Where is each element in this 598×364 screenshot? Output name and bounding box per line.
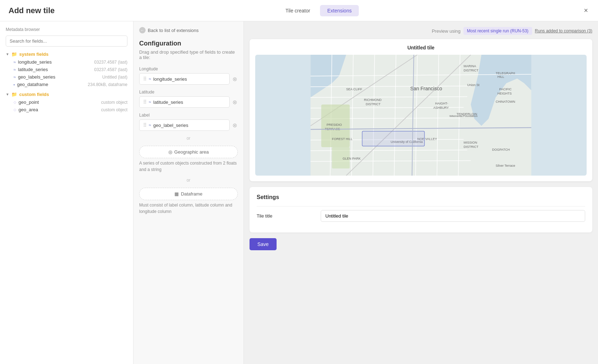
back-icon: ← (139, 27, 146, 33)
search-input[interactable] (6, 36, 127, 47)
config-title: Configuration (139, 40, 238, 47)
remove-longitude-button[interactable]: ⊗ (232, 75, 238, 83)
group-label: system fields (19, 52, 48, 57)
svg-text:HILL: HILL (498, 75, 504, 79)
field-name: geo_dataframe (17, 82, 48, 87)
series-icon: ≈ (14, 67, 16, 72)
series-icon: ≈ (149, 76, 151, 81)
longitude-section: Longitude ⠿ ≈ longitude_series ⊗ (139, 66, 238, 85)
group-label: custom fields (19, 92, 49, 97)
field-value: longitude_series (153, 76, 187, 82)
diamond-icon: ◇ (14, 100, 16, 104)
svg-text:HAIGHT-: HAIGHT- (435, 102, 448, 105)
or-divider-2: or (139, 178, 238, 183)
svg-text:CHINATOWN: CHINATOWN (496, 100, 515, 103)
tile-creator-tab[interactable]: Tile creator (278, 5, 318, 16)
svg-text:MISSION: MISSION (464, 141, 477, 144)
dataframe-button[interactable]: ▦ Dataframe (139, 188, 238, 200)
svg-text:HEIGHTS: HEIGHTS (498, 92, 512, 95)
longitude-field[interactable]: ⠿ ≈ longitude_series (139, 73, 230, 85)
series-icon: ≈ (14, 75, 16, 80)
svg-text:Silver Terrace: Silver Terrace (496, 164, 515, 167)
top-bar: Add new tile Tile creator Extensions × (0, 0, 598, 21)
or-divider: or (139, 136, 238, 141)
table-icon: ▦ (174, 191, 179, 197)
label-label: Label (139, 113, 238, 118)
tree-section: ▼ 📁 system fields ≈ longitude_series 032… (6, 52, 127, 113)
svg-text:Wikimedia Foundation: Wikimedia Foundation (450, 114, 478, 118)
dataframe-label: Dataframe (181, 191, 203, 197)
svg-text:DISTRICT: DISTRICT (464, 145, 479, 149)
back-label: Back to list of extensions (148, 28, 199, 33)
label-field[interactable]: ⠿ ≈ geo_label_series (139, 119, 230, 131)
page-title: Add new tile (9, 6, 55, 15)
field-name: geo_point (19, 100, 39, 105)
svg-text:DISTRICT: DISTRICT (366, 102, 381, 106)
svg-text:FOREST HILL: FOREST HILL (332, 137, 353, 141)
middle-panel: ← Back to list of extensions Configurati… (133, 21, 244, 364)
list-item[interactable]: ≈ latitude_series 03237.4587 (last) (6, 66, 127, 73)
field-value: custom object (101, 100, 127, 105)
remove-latitude-button[interactable]: ⊗ (232, 98, 238, 106)
list-item[interactable]: ◇ geo_point custom object (6, 98, 127, 106)
field-value: Untitled (last) (102, 75, 127, 80)
field-name: geo_area (19, 107, 38, 112)
svg-text:PRESIDIO: PRESIDIO (327, 123, 342, 127)
field-value: latitude_series (153, 100, 183, 105)
right-panel: Preview using Most recent single run (RU… (244, 21, 598, 364)
preview-header: Preview using Most recent single run (RU… (250, 27, 592, 35)
svg-rect-47 (362, 131, 425, 146)
system-fields-group[interactable]: ▼ 📁 system fields (6, 52, 127, 57)
svg-text:DISTRICT: DISTRICT (464, 69, 479, 72)
field-value: 03237.4587 (last) (94, 67, 127, 72)
svg-text:DOGPATCH: DOGPATCH (492, 148, 510, 151)
latitude-field[interactable]: ⠿ ≈ latitude_series (139, 96, 230, 108)
location-icon: ◎ (168, 149, 172, 155)
longitude-label: Longitude (139, 66, 238, 71)
field-value: 03237.4587 (last) (94, 60, 127, 65)
field-value: 234.80kB, dataframe (88, 82, 127, 87)
comparison-link[interactable]: Runs added to comparison (3) (535, 28, 592, 33)
config-desc: Drag and drop specified type of fields t… (139, 49, 238, 60)
tile-title-label: Tile title (257, 213, 321, 219)
square-icon: ▪ (14, 82, 15, 87)
extensions-tab[interactable]: Extensions (320, 5, 358, 16)
svg-text:GLEN PARK: GLEN PARK (343, 157, 361, 160)
close-button[interactable]: × (582, 5, 589, 16)
svg-text:SEA CLIFF: SEA CLIFF (346, 87, 363, 91)
field-value: geo_label_series (153, 123, 188, 128)
latitude-label: Latitude (139, 90, 238, 95)
list-item[interactable]: ≈ geo_labels_series Untitled (last) (6, 73, 127, 81)
folder-icon: 📁 (11, 52, 17, 57)
map-svg: San Francisco MARINA DISTRICT TELEGRAPH … (255, 55, 587, 176)
field-name: geo_labels_series (18, 74, 56, 80)
dataframe-desc: Must consist of label column, latitude c… (139, 202, 238, 215)
svg-text:Union St: Union St (467, 83, 480, 87)
main-layout: Metadata browser ▼ 📁 system fields ≈ lon… (0, 21, 598, 364)
geographic-area-label: Geographic area (174, 149, 209, 155)
custom-fields-group[interactable]: ▼ 📁 custom fields (6, 92, 127, 97)
back-button[interactable]: ← Back to list of extensions (139, 27, 199, 33)
list-item[interactable]: ≈ longitude_series 03237.4587 (last) (6, 58, 127, 66)
sidebar-title: Metadata browser (6, 27, 127, 32)
drag-handle-icon: ⠿ (143, 76, 147, 82)
drag-handle-icon: ⠿ (143, 122, 147, 128)
save-button[interactable]: Save (250, 238, 277, 250)
field-name: latitude_series (18, 67, 48, 72)
tile-card-title: Untitled tile (255, 45, 587, 50)
geographic-area-button[interactable]: ◎ Geographic area (139, 146, 238, 158)
geographic-area-desc: A series of custom objects constructed f… (139, 160, 238, 173)
list-item[interactable]: ◇ geo_area custom object (6, 106, 127, 113)
svg-text:ASHBURY: ASHBURY (434, 106, 449, 109)
chevron-down-icon: ▼ (6, 52, 9, 56)
svg-text:RICHMOND: RICHMOND (364, 98, 382, 102)
chevron-down-icon: ▼ (6, 92, 9, 96)
preview-run-tag[interactable]: Most recent single run (RUN-53) (463, 27, 532, 35)
remove-label-button[interactable]: ⊗ (232, 121, 238, 129)
list-item[interactable]: ▪ geo_dataframe 234.80kB, dataframe (6, 81, 127, 88)
settings-title: Settings (257, 194, 585, 200)
series-icon: ≈ (149, 123, 151, 128)
tile-title-input[interactable] (321, 210, 585, 222)
svg-text:TELEGRAPH: TELEGRAPH (496, 71, 515, 75)
folder-icon: 📁 (11, 92, 17, 97)
